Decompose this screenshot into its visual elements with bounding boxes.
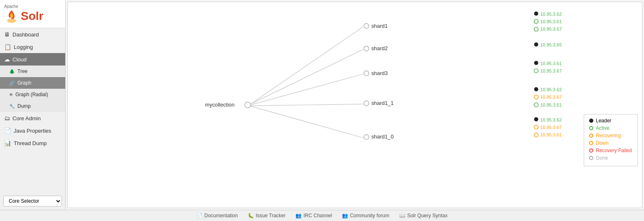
sidebar-item-java-properties[interactable]: 📄 Java Properties xyxy=(0,124,65,137)
legend-recovering-dot xyxy=(589,134,593,138)
sidebar-item-dump[interactable]: 🔧 Dump xyxy=(0,100,65,112)
sidebar-item-tree-label: Tree xyxy=(17,68,27,74)
legend-recovering-label: Recovering xyxy=(596,133,621,138)
svg-point-17 xyxy=(534,133,538,137)
shard1-0-ip1: 10.95.3.62 xyxy=(540,117,562,122)
svg-point-2 xyxy=(534,12,538,16)
footer: 📄 Documentation 🐛 Issue Tracker 👥 IRC Ch… xyxy=(0,210,644,221)
shard1-0-ip3: 10.95.3.61 xyxy=(540,132,562,137)
shard1-1-ip1: 10.95.3.62 xyxy=(540,87,562,92)
shard1-1-node[interactable] xyxy=(364,101,369,106)
core-selector-dropdown[interactable]: Core Selector xyxy=(3,196,62,206)
footer-solr-query-syntax-label: Solr Query Syntax xyxy=(407,213,447,219)
sidebar-item-core-admin[interactable]: 🗂 Core Admin xyxy=(0,112,65,124)
graph-svg: mycollection shard1 10.95.3.62 10.95.3.6… xyxy=(68,2,642,208)
legend-gone: Gone xyxy=(589,155,632,161)
shard1-ip1: 10.95.3.62 xyxy=(540,12,562,17)
irc-channel-icon: 👥 xyxy=(295,213,302,219)
legend-leader: Leader xyxy=(589,118,632,124)
legend-down-dot xyxy=(589,141,593,145)
legend-gone-label: Gone xyxy=(596,155,608,161)
sidebar-item-dashboard[interactable]: 🖥 Dashboard xyxy=(0,28,65,41)
svg-line-7 xyxy=(251,74,363,105)
shard1-node[interactable] xyxy=(364,24,369,29)
sidebar-nav: 🖥 Dashboard 📋 Logging ☁ Cloud 🌲 Tree 🔗 G… xyxy=(0,28,65,149)
core-selector[interactable]: Core Selector xyxy=(3,196,62,206)
sidebar-item-graph-radial[interactable]: ✳ Graph (Radial) xyxy=(0,89,65,100)
documentation-icon: 📄 xyxy=(197,213,203,219)
shard3-label: shard3 xyxy=(371,70,388,76)
svg-point-0 xyxy=(7,18,16,23)
footer-community-forum-link[interactable]: 👥 Community forum xyxy=(342,213,389,219)
logo-area: Apache Solr xyxy=(0,0,65,28)
shard3-node[interactable] xyxy=(364,71,369,76)
sidebar-item-logging-label: Logging xyxy=(14,44,33,50)
sidebar-item-graph-radial-label: Graph (Radial) xyxy=(15,92,48,97)
shard1-0-label: shard1_0 xyxy=(371,134,394,140)
logo-solr: Solr xyxy=(4,9,61,24)
footer-irc-channel-label: IRC Channel xyxy=(303,213,332,219)
sidebar-item-thread-dump-label: Thread Dump xyxy=(14,140,47,146)
core-admin-icon: 🗂 xyxy=(4,115,10,121)
svg-line-1 xyxy=(251,27,363,104)
main-content: mycollection shard1 10.95.3.62 10.95.3.6… xyxy=(67,2,642,208)
legend: Leader Active Recovering Down Recovery F… xyxy=(584,114,638,166)
logging-icon: 📋 xyxy=(4,44,11,50)
java-properties-icon: 📄 xyxy=(4,127,11,134)
shard2-node[interactable] xyxy=(364,46,369,51)
footer-documentation-link[interactable]: 📄 Documentation xyxy=(197,213,238,219)
shard1-1-ip2: 10.95.3.67 xyxy=(540,95,562,100)
legend-active-label: Active xyxy=(596,125,610,131)
shard2-label: shard2 xyxy=(371,45,388,51)
svg-point-13 xyxy=(534,103,538,107)
cloud-icon: ☁ xyxy=(4,56,10,63)
shard3-ip2: 10.95.3.67 xyxy=(540,68,562,73)
svg-line-5 xyxy=(251,49,363,104)
shard1-ip3: 10.95.3.67 xyxy=(540,27,562,32)
footer-issue-tracker-link[interactable]: 🐛 Issue Tracker xyxy=(248,213,285,219)
sidebar-item-cloud[interactable]: ☁ Cloud xyxy=(0,53,65,66)
sidebar-item-thread-dump[interactable]: 📊 Thread Dump xyxy=(0,137,65,149)
shard1-0-node[interactable] xyxy=(364,134,369,139)
svg-point-15 xyxy=(534,117,538,121)
footer-documentation-label: Documentation xyxy=(204,213,238,219)
logo-apache-text: Apache xyxy=(4,4,61,9)
collection-node[interactable] xyxy=(245,102,251,108)
sidebar-item-logging[interactable]: 📋 Logging xyxy=(0,41,65,53)
thread-dump-icon: 📊 xyxy=(4,140,11,146)
svg-line-14 xyxy=(251,106,363,138)
footer-community-forum-label: Community forum xyxy=(350,213,389,219)
sidebar-item-java-properties-label: Java Properties xyxy=(14,128,51,134)
tree-icon: 🌲 xyxy=(9,69,15,74)
footer-irc-channel-link[interactable]: 👥 IRC Channel xyxy=(295,213,332,219)
sidebar-item-graph-label: Graph xyxy=(17,80,31,86)
shard1-1-label: shard1_1 xyxy=(371,100,394,106)
legend-leader-dot xyxy=(589,119,593,123)
sidebar-item-tree[interactable]: 🌲 Tree xyxy=(0,66,65,77)
legend-recovery-failed: Recovery Failed xyxy=(589,148,632,153)
sidebar: Apache Solr 🖥 Dashboard 📋 Logging xyxy=(0,0,66,210)
legend-down: Down xyxy=(589,140,632,146)
sidebar-item-dashboard-label: Dashboard xyxy=(12,32,39,38)
shard1-0-ip2: 10.95.3.67 xyxy=(540,125,562,130)
sidebar-item-core-admin-label: Core Admin xyxy=(12,115,41,121)
solr-query-syntax-icon: 📖 xyxy=(399,213,406,219)
shard3-ip1: 10.95.3.61 xyxy=(540,61,562,66)
footer-solr-query-syntax-link[interactable]: 📖 Solr Query Syntax xyxy=(399,213,447,219)
graph-icon: 🔗 xyxy=(9,80,15,86)
svg-point-8 xyxy=(534,61,538,65)
solr-flame-icon xyxy=(4,9,19,24)
collection-label: mycollection xyxy=(205,102,234,108)
svg-point-16 xyxy=(534,125,538,129)
legend-leader-label: Leader xyxy=(596,118,611,124)
legend-recovery-failed-dot xyxy=(589,148,593,153)
svg-point-11 xyxy=(534,87,538,91)
svg-line-10 xyxy=(251,104,363,106)
issue-tracker-icon: 🐛 xyxy=(248,213,254,219)
legend-active: Active xyxy=(589,125,632,131)
legend-gone-dot xyxy=(589,156,593,160)
sidebar-item-graph[interactable]: 🔗 Graph xyxy=(0,77,65,89)
shard2-ip1: 10.95.3.65 xyxy=(540,42,562,47)
svg-point-6 xyxy=(534,42,538,46)
shard1-label: shard1 xyxy=(371,23,388,29)
